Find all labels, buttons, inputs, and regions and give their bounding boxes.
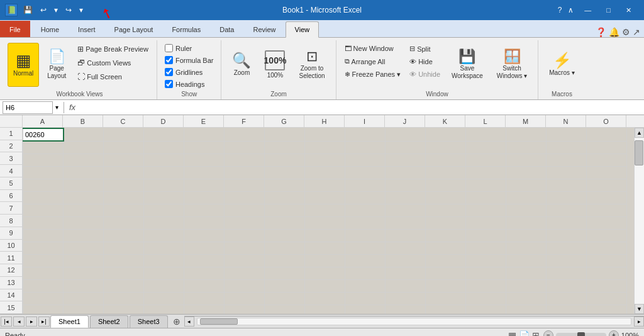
row-num-12[interactable]: 12 (0, 264, 22, 277)
name-box[interactable]: H6 (3, 101, 53, 114)
col-header-C[interactable]: C (103, 115, 143, 128)
minimize-button[interactable]: — (577, 3, 599, 18)
row-num-7[interactable]: 7 (0, 202, 22, 215)
sheet-tab-sheet2[interactable]: Sheet2 (90, 315, 128, 328)
cell-K1[interactable] (426, 128, 466, 141)
formula-bar-checkbox[interactable] (165, 56, 173, 64)
row-num-14[interactable]: 14 (0, 289, 22, 302)
ruler-checkbox-label[interactable]: Ruler (162, 43, 216, 53)
row-num-4[interactable]: 4 (0, 165, 22, 177)
cell-B1[interactable] (64, 128, 104, 141)
row-num-2[interactable]: 2 (0, 140, 22, 153)
arrange-all-button[interactable]: ⧉ Arrange All (341, 55, 404, 67)
tab-home[interactable]: Home (31, 21, 69, 37)
tab-review[interactable]: Review (243, 21, 285, 37)
cell-A2[interactable] (23, 141, 64, 154)
scroll-down-button[interactable]: ▼ (635, 304, 644, 314)
col-header-M[interactable]: M (506, 115, 546, 128)
help-button[interactable]: ❓ (596, 27, 606, 37)
row-num-6[interactable]: 6 (0, 190, 22, 203)
scroll-up-button[interactable]: ▲ (635, 128, 644, 138)
row-num-10[interactable]: 10 (0, 240, 22, 252)
ribbon-collapse-button[interactable]: ∧ (565, 3, 577, 18)
tab-formulas[interactable]: Formulas (162, 21, 210, 37)
ruler-checkbox[interactable] (165, 44, 173, 52)
formula-input[interactable] (78, 104, 641, 111)
macros-button[interactable]: ⚡ Macros ▾ (543, 43, 580, 87)
tab-page-layout[interactable]: Page Layout (105, 21, 163, 37)
sheet-last-button[interactable]: ▸| (38, 316, 50, 327)
switch-windows-button[interactable]: 🪟 SwitchWindows ▾ (491, 43, 533, 87)
zoom-out-button[interactable]: − (543, 330, 553, 337)
sheet-tab-sheet1[interactable]: Sheet1 (50, 315, 89, 328)
sheet-tab-sheet3[interactable]: Sheet3 (130, 315, 168, 328)
col-header-F[interactable]: F (224, 115, 264, 128)
h-scroll-track[interactable] (197, 318, 631, 325)
new-sheet-button[interactable]: ⊕ (169, 315, 184, 328)
save-workspace-button[interactable]: 💾 SaveWorkspace (446, 43, 489, 87)
sheet-prev-button[interactable]: ◂ (13, 316, 25, 327)
page-layout-view-button[interactable]: 📄 PageLayout (42, 43, 72, 87)
row-num-8[interactable]: 8 (0, 215, 22, 227)
tab-view[interactable]: View (286, 21, 319, 38)
zoom-selection-button[interactable]: ⊡ Zoom toSelection (293, 43, 330, 87)
tab-data[interactable]: Data (210, 21, 243, 37)
normal-view-status-icon[interactable]: ▦ (508, 330, 516, 337)
cell-A1[interactable]: 00260 (23, 128, 64, 141)
page-layout-status-icon[interactable]: 📄 (519, 330, 530, 337)
cell-I1[interactable] (345, 128, 386, 141)
redo-qa-button[interactable]: ↪ (62, 4, 75, 16)
cell-L1[interactable] (466, 128, 506, 141)
cell-O1[interactable] (587, 128, 627, 141)
tab-insert[interactable]: Insert (69, 21, 105, 37)
cell-F1[interactable] (225, 128, 265, 141)
hide-button[interactable]: 👁 Hide (406, 56, 443, 67)
col-header-A[interactable]: A (23, 115, 63, 128)
customize-qa-button[interactable]: ▾ (76, 4, 86, 16)
zoom-slider[interactable] (556, 333, 606, 337)
vertical-scrollbar[interactable]: ▲ ▼ (634, 128, 644, 314)
expand-icon[interactable]: ↗ (633, 27, 640, 37)
col-header-K[interactable]: K (425, 115, 465, 128)
cell-J1[interactable] (386, 128, 426, 141)
h-scroll-right-button[interactable]: ▸ (634, 316, 644, 327)
row-num-9[interactable]: 9 (0, 227, 22, 240)
options-icon[interactable]: ⚙ (622, 27, 630, 37)
col-header-D[interactable]: D (143, 115, 184, 128)
normal-view-button[interactable]: ▦ Normal (8, 43, 39, 87)
freeze-panes-button[interactable]: ❄ Freeze Panes ▾ (341, 69, 404, 81)
row-num-5[interactable]: 5 (0, 177, 22, 190)
col-header-H[interactable]: H (304, 115, 345, 128)
col-header-N[interactable]: N (546, 115, 586, 128)
row-num-11[interactable]: 11 (0, 252, 22, 264)
row-num-1[interactable]: 1 (0, 128, 22, 140)
col-header-J[interactable]: J (385, 115, 425, 128)
cell-D1[interactable] (144, 128, 184, 141)
headings-checkbox-label[interactable]: Headings (162, 79, 216, 89)
page-break-preview-button[interactable]: ⊞ Page Break Preview (74, 43, 152, 55)
full-screen-button[interactable]: ⛶ Full Screen (74, 70, 152, 83)
zoom-in-button[interactable]: + (609, 330, 619, 337)
sheet-next-button[interactable]: ▸ (26, 316, 37, 327)
cell-N1[interactable] (547, 128, 587, 141)
zoom-100-button[interactable]: 100% 100% (259, 43, 291, 87)
scroll-thumb[interactable] (635, 140, 643, 165)
col-header-L[interactable]: L (465, 115, 506, 128)
gridlines-checkbox-label[interactable]: Gridlines (162, 67, 216, 77)
col-header-I[interactable]: I (345, 115, 385, 128)
cell-E1[interactable] (184, 128, 225, 141)
row-num-13[interactable]: 13 (0, 277, 22, 289)
h-scroll-thumb[interactable] (200, 318, 238, 325)
unhide-button[interactable]: 👁 Unhide (406, 69, 443, 80)
col-header-G[interactable]: G (264, 115, 304, 128)
formula-bar-checkbox-label[interactable]: Formula Bar (162, 55, 216, 65)
scroll-track[interactable] (635, 138, 644, 304)
help-icon[interactable]: ? (555, 3, 565, 18)
split-button[interactable]: ⊟ Split (406, 43, 443, 55)
gridlines-checkbox[interactable] (165, 68, 173, 76)
zoom-button[interactable]: 🔍 Zoom (226, 43, 257, 87)
new-window-button[interactable]: 🗔 New Window (341, 43, 404, 54)
col-header-E[interactable]: E (184, 115, 224, 128)
row-num-3[interactable]: 3 (0, 152, 22, 165)
tab-file[interactable]: File (0, 21, 30, 37)
